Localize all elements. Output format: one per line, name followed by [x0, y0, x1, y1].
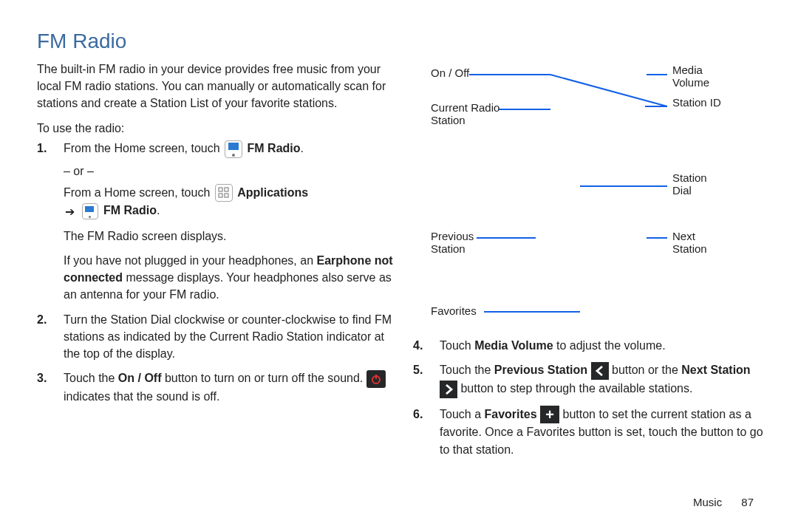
- fm-radio-label-2: FM Radio: [103, 204, 157, 216]
- step-1e-a: If you have not plugged in your headphon…: [64, 254, 316, 267]
- step-1a-text: From the Home screen, touch: [64, 142, 223, 154]
- manual-page: FM Radio The built-in FM radio in your d…: [0, 0, 798, 532]
- applications-label: Applications: [237, 186, 308, 199]
- svg-line-7: [550, 75, 667, 106]
- diagram-label-station-id: Station ID: [672, 96, 724, 109]
- step-3: 3. Touch the On / Off button to turn on …: [56, 369, 403, 405]
- favorites-bold: Favorites: [484, 408, 536, 420]
- previous-station-icon: [591, 362, 609, 380]
- step-1d: The FM Radio screen displays.: [64, 228, 403, 245]
- svg-rect-1: [225, 188, 228, 191]
- step-4b: to adjust the volume.: [553, 339, 666, 352]
- step-3a: Touch the: [64, 372, 118, 384]
- step-1: 1. From the Home screen, touch FM Radio.…: [56, 140, 403, 304]
- svg-rect-3: [225, 194, 228, 197]
- step-6a: Touch a: [440, 408, 484, 420]
- on-off-bold: On / Off: [118, 372, 162, 384]
- intro-text: The built-in FM radio in your device pro…: [37, 61, 403, 112]
- previous-station-bold: Previous Station: [494, 364, 587, 376]
- favorites-plus-icon: +: [540, 406, 559, 423]
- next-station-bold: Next Station: [681, 364, 750, 376]
- diagram-label-next: Next Station: [672, 230, 724, 256]
- step-2-number: 2.: [37, 311, 47, 328]
- fm-radio-icon-small: [82, 203, 98, 219]
- or-text: – or –: [64, 163, 403, 180]
- arrow-icon: ➔: [65, 203, 75, 220]
- right-column: On / Off Media Volume Current Radio Stat…: [403, 61, 768, 466]
- page-heading: FM Radio: [37, 30, 768, 53]
- step-2: 2. Turn the Station Dial clockwise or co…: [56, 311, 403, 363]
- diagram-label-current: Current Radio Station: [431, 101, 512, 127]
- page-footer: Music 87: [693, 496, 754, 508]
- step-1-number: 1.: [37, 140, 47, 157]
- step-3c: indicates that the sound is off.: [64, 390, 219, 403]
- diagram-label-station-dial: Station Dial: [672, 171, 724, 197]
- applications-icon: [215, 184, 233, 202]
- power-icon: [366, 370, 386, 388]
- step-3-number: 3.: [37, 369, 47, 386]
- step-4-number: 4.: [413, 337, 423, 354]
- step-5c: button to step through the available sta…: [460, 382, 692, 395]
- step-5-number: 5.: [413, 361, 423, 378]
- step-5mid: button or the: [612, 364, 681, 376]
- footer-page-number: 87: [741, 496, 754, 508]
- step-4a: Touch: [440, 339, 474, 352]
- footer-section: Music: [693, 496, 722, 508]
- svg-rect-0: [219, 188, 222, 191]
- media-volume-bold: Media Volume: [474, 339, 553, 352]
- to-use-text: To use the radio:: [37, 120, 403, 137]
- step-6: 6. Touch a Favorites + button to set the…: [432, 406, 768, 458]
- fm-radio-label: FM Radio: [248, 142, 301, 154]
- step-3b: button to turn on or turn off the sound.: [161, 372, 366, 384]
- svg-rect-2: [219, 194, 222, 197]
- left-column: The built-in FM radio in your device pro…: [37, 61, 403, 466]
- fm-radio-icon: [225, 140, 242, 158]
- step-1a-end: .: [301, 142, 304, 154]
- fm-radio-diagram: On / Off Media Volume Current Radio Stat…: [410, 61, 757, 327]
- step-6-number: 6.: [413, 406, 423, 423]
- step-1b-text: From a Home screen, touch: [64, 186, 214, 199]
- step-4: 4. Touch Media Volume to adjust the volu…: [432, 337, 768, 354]
- next-station-icon: [440, 381, 457, 398]
- step-5a: Touch the: [440, 364, 494, 376]
- step-5: 5. Touch the Previous Station button or …: [432, 361, 768, 398]
- diagram-label-previous: Previous Station: [431, 230, 490, 256]
- diagram-label-onoff: On / Off: [431, 66, 469, 79]
- diagram-label-favorites: Favorites: [431, 304, 477, 317]
- diagram-label-media-volume: Media Volume: [672, 64, 724, 89]
- step-1c-end: .: [157, 204, 160, 216]
- step-2-text: Turn the Station Dial clockwise or count…: [64, 313, 392, 360]
